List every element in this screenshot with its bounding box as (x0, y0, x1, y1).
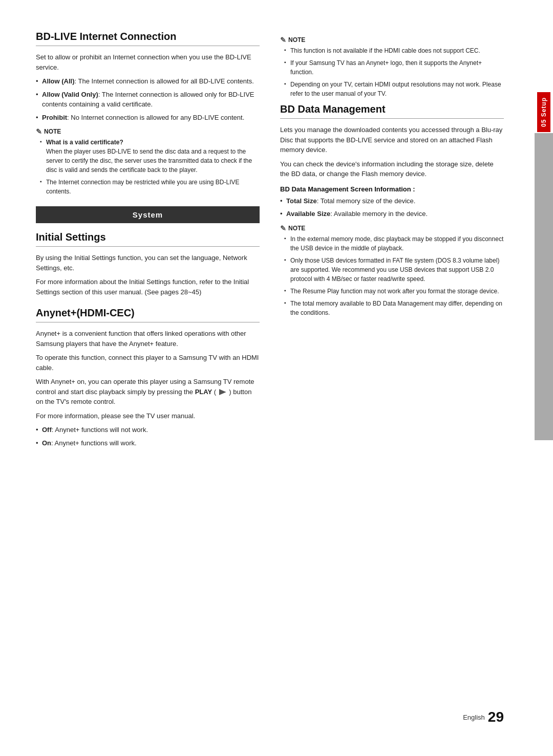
language-label: English (463, 714, 485, 721)
bd-live-bullet-3-label: Prohibit (42, 114, 67, 121)
anynet-para-3: With Anynet+ on, you can operate this pl… (36, 377, 260, 407)
initial-settings-para-2: For more information about the Initial S… (36, 277, 260, 297)
left-column: BD-LIVE Internet Connection Set to allow… (36, 31, 260, 694)
play-icon (219, 389, 226, 395)
anynet-para-2: To operate this function, connect this p… (36, 353, 260, 373)
bd-data-para-1: Lets you manage the downloaded contents … (280, 125, 504, 155)
bd-live-bullet-3-text: : No Internet connection is allowed for … (67, 114, 244, 121)
bd-live-bullet-2-label: Allow (Valid Only) (42, 91, 98, 98)
anynet-off-label: Off (42, 426, 52, 434)
initial-settings-title: Initial Settings (36, 231, 260, 247)
bd-live-intro: Set to allow or prohibit an Internet con… (36, 52, 260, 72)
anynet-on-label: On (42, 439, 51, 447)
anynet-para-1: Anynet+ is a convenient function that of… (36, 329, 260, 349)
page-number: 29 (488, 709, 504, 725)
bd-data-note-item-3: The Resume Play function may not work af… (280, 287, 504, 296)
bd-data-note-item-2: Only those USB devices formatted in FAT … (280, 256, 504, 284)
bd-live-section: BD-LIVE Internet Connection Set to allow… (36, 31, 260, 196)
bd-data-note-item-4: The total memory available to BD Data Ma… (280, 299, 504, 317)
bd-data-title: BD Data Management (280, 103, 504, 119)
bd-live-bullet-1-label: Allow (All) (42, 77, 75, 85)
bd-data-avail-size: Available Size: Available memory in the … (280, 209, 504, 219)
bd-data-avail-text: : Available memory in the device. (330, 210, 428, 218)
bd-live-bullet-1: Allow (All): The Internet connection is … (36, 76, 260, 87)
initial-settings-para-1: By using the Initial Settings function, … (36, 253, 260, 273)
bd-data-section: BD Data Management Lets you manage the d… (280, 103, 504, 317)
anynet-on-text: : Anynet+ functions will work. (51, 439, 137, 447)
bd-data-note: ✎ NOTE In the external memory mode, disc… (280, 224, 504, 317)
bd-data-para-2: You can check the device's information i… (280, 159, 504, 179)
right-column: ✎ NOTE This function is not available if… (280, 31, 504, 694)
bd-live-note-cert-label: What is a valid certificate? (46, 139, 123, 146)
page-footer: English 29 (36, 694, 504, 725)
bd-data-screen-info-header: BD Data Management Screen Information : (280, 185, 504, 193)
anynet-para-4: For more information, please see the TV … (36, 411, 260, 421)
bd-live-note-header: ✎ NOTE (36, 127, 260, 136)
bd-live-note-item-2: The Internet connection may be restricte… (36, 178, 260, 196)
chapter-label: 05 Setup (537, 92, 550, 132)
main-content: BD-LIVE Internet Connection Set to allow… (0, 0, 535, 756)
anynet-bullet-on: On: Anynet+ functions will work. (36, 438, 260, 448)
right-top-note-header: ✎ NOTE (280, 36, 504, 44)
bd-data-note-header: ✎ NOTE (280, 224, 504, 232)
note-pencil-icon: ✎ (36, 127, 42, 136)
bd-live-note-cert-text: When the player uses BD-LIVE to send the… (46, 148, 252, 174)
page-container: 05 Setup BD-LIVE Internet Connection Set… (0, 0, 553, 756)
anynet-off-text: : Anynet+ functions will not work. (52, 426, 148, 434)
bd-live-title: BD-LIVE Internet Connection (36, 31, 260, 46)
bd-live-note-label: NOTE (44, 128, 61, 135)
right-top-note-item-2: If your Samsung TV has an Anynet+ logo, … (280, 58, 504, 77)
right-top-note-item-3: Depending on your TV, certain HDMI outpu… (280, 80, 504, 98)
right-top-note-label: NOTE (288, 36, 305, 44)
bd-data-note-pencil-icon: ✎ (280, 224, 286, 232)
bd-live-bullet-1-text: : The Internet connection is allowed for… (75, 77, 254, 85)
side-tab-gray (535, 133, 553, 440)
right-note-pencil-icon: ✎ (280, 36, 286, 44)
bd-live-note: ✎ NOTE What is a valid certificate? When… (36, 127, 260, 196)
bd-live-bullet-2: Allow (Valid Only): The Internet connect… (36, 90, 260, 110)
bd-live-bullet-3: Prohibit: No Internet connection is allo… (36, 113, 260, 123)
right-top-note: ✎ NOTE This function is not available if… (280, 36, 504, 98)
anynet-title: Anynet+(HDMI-CEC) (36, 307, 260, 322)
right-top-note-item-1: This function is not available if the HD… (280, 46, 504, 55)
bd-data-note-label: NOTE (288, 225, 305, 232)
bd-data-note-item-1: In the external memory mode, disc playba… (280, 234, 504, 253)
bd-live-note-item-1: What is a valid certificate? When the pl… (36, 138, 260, 175)
bd-data-total-size: Total Size: Total memory size of the dev… (280, 196, 504, 206)
side-tab: 05 Setup (535, 92, 553, 440)
system-banner: System (36, 206, 260, 223)
anynet-section: Anynet+(HDMI-CEC) Anynet+ is a convenien… (36, 307, 260, 448)
initial-settings-section: Initial Settings By using the Initial Se… (36, 231, 260, 297)
anynet-bullet-off: Off: Anynet+ functions will not work. (36, 425, 260, 435)
bd-data-avail-label: Available Size (286, 210, 330, 218)
bd-data-total-label: Total Size (286, 197, 317, 205)
two-column-layout: BD-LIVE Internet Connection Set to allow… (36, 31, 504, 694)
bd-data-total-text: : Total memory size of the device. (317, 197, 416, 205)
